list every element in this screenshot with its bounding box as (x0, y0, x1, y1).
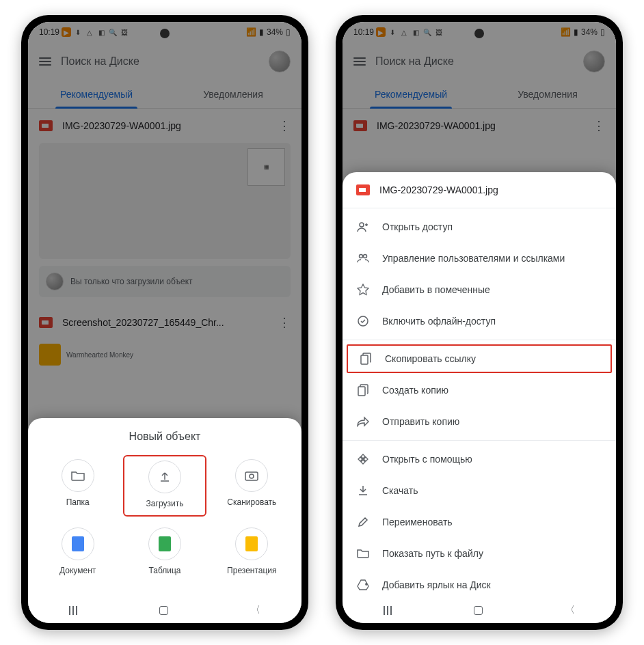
back-button[interactable]: 〈 (565, 604, 575, 616)
status-time: 10:19 (353, 27, 374, 37)
battery-text: 34% (581, 27, 598, 37)
battery-icon: ▯ (600, 27, 605, 37)
camera-icon: ◧ (411, 27, 420, 37)
action-send-copy[interactable]: Отправить копию (343, 406, 616, 437)
option-sheet[interactable]: Таблица (123, 523, 206, 582)
search-icon: 🔍 (422, 27, 432, 37)
tab-notifications[interactable]: Уведомления (165, 81, 301, 108)
file-name: IMG-20230729-WA0001.jpg (62, 120, 269, 131)
pencil-icon (356, 515, 370, 529)
action-open-with[interactable]: Открыть с помощью (343, 443, 616, 475)
back-button[interactable]: 〈 (251, 604, 260, 616)
more-icon[interactable]: ⋮ (278, 315, 291, 330)
action-show-path[interactable]: Показать путь к файлу (343, 538, 616, 569)
tabs: Рекомендуемый Уведомления (28, 81, 301, 109)
recents-button[interactable] (69, 606, 77, 615)
file-actions-sheet: IMG-20230729-WA0001.jpg Открыть доступ У… (343, 172, 616, 623)
info-uploaded: Вы только что загрузили объект (39, 266, 291, 297)
action-copy-link[interactable]: Скопировать ссылку (345, 343, 613, 374)
qr-icon: ▦ (247, 148, 285, 186)
option-scan[interactable]: Сканировать (211, 455, 293, 517)
thumb-label: Warmhearted Monkey (66, 351, 133, 359)
option-document[interactable]: Документ (36, 523, 119, 582)
folder-icon (62, 459, 94, 492)
star-icon (356, 283, 370, 297)
action-share[interactable]: Открыть доступ (343, 211, 616, 243)
svg-rect-6 (361, 355, 368, 364)
offline-icon (356, 314, 370, 328)
svg-rect-7 (358, 387, 365, 396)
signal-icon: ▮ (574, 27, 578, 37)
copy-file-icon (356, 383, 370, 397)
menu-icon[interactable] (353, 57, 366, 66)
image-file-icon (39, 317, 53, 328)
battery-text: 34% (267, 27, 283, 37)
recents-button[interactable] (384, 606, 392, 615)
avatar[interactable] (269, 51, 291, 72)
file-row-2[interactable]: Screenshot_20230727_165449_Chr... ⋮ (28, 305, 301, 340)
search-icon: 🔍 (108, 27, 118, 37)
home-button[interactable] (159, 606, 168, 615)
status-time: 10:19 (39, 27, 59, 37)
file-preview[interactable]: ▦ (39, 143, 291, 259)
option-folder[interactable]: Папка (36, 455, 119, 517)
image-icon: 🖼 (120, 27, 129, 37)
wifi-icon: 📶 (561, 27, 571, 37)
file-name: Screenshot_20230727_165449_Chr... (62, 317, 269, 328)
image-icon: 🖼 (434, 27, 444, 37)
thumbnail-monkey (39, 344, 61, 366)
option-presentation[interactable]: Презентация (211, 523, 293, 582)
action-download[interactable]: Скачать (343, 475, 616, 506)
action-star[interactable]: Добавить в помеченные (343, 274, 616, 305)
file-name: IMG-20230729-WA0001.jpg (377, 120, 583, 131)
action-manage-access[interactable]: Управление пользователями и ссылками (343, 243, 616, 274)
sheet-file-name: IMG-20230729-WA0001.jpg (379, 184, 602, 195)
action-offline[interactable]: Включить офлайн-доступ (343, 305, 616, 337)
forward-icon (356, 415, 370, 428)
avatar-small (46, 273, 64, 290)
tab-recommended[interactable]: Рекомендуемый (343, 81, 479, 108)
menu-icon[interactable] (39, 57, 51, 66)
avatar[interactable] (583, 51, 605, 72)
notif-icon: ▶ (62, 27, 71, 37)
image-file-icon (356, 184, 370, 195)
more-icon[interactable]: ⋮ (278, 118, 291, 133)
slides-icon (235, 527, 268, 560)
action-rename[interactable]: Переименовать (343, 506, 616, 538)
drive-icon: △ (399, 27, 409, 37)
option-upload[interactable]: Загрузить (123, 455, 206, 517)
image-file-icon (353, 120, 367, 131)
camera-icon: ◧ (96, 27, 106, 37)
people-icon (356, 251, 370, 265)
file-row-1[interactable]: IMG-20230729-WA0001.jpg ⋮ (28, 109, 301, 143)
action-make-copy[interactable]: Создать копию (343, 374, 616, 406)
sheet-icon (148, 527, 181, 560)
more-icon[interactable]: ⋮ (593, 118, 605, 133)
download-icon: ⬇ (388, 27, 397, 37)
battery-icon: ▯ (286, 27, 291, 37)
tab-recommended[interactable]: Рекомендуемый (28, 81, 165, 108)
download-icon: ⬇ (73, 27, 83, 37)
camera-icon (235, 459, 268, 492)
svg-rect-0 (245, 472, 258, 480)
file-row-1[interactable]: IMG-20230729-WA0001.jpg ⋮ (343, 109, 616, 143)
sheet-title: Новый объект (36, 430, 293, 443)
status-bar: 10:19 ▶ ⬇ △ ◧ 🔍 🖼 📶 ▮ 34% ▯ (28, 22, 301, 42)
new-object-sheet: Новый объект Папка Загрузить (28, 418, 301, 623)
svg-point-1 (250, 474, 254, 478)
search-placeholder: Поиск на Диске (61, 55, 259, 68)
upload-icon (148, 461, 181, 493)
home-button[interactable] (474, 606, 483, 615)
folder-icon (356, 547, 370, 560)
action-add-shortcut[interactable]: Добавить ярлык на Диск (343, 569, 616, 601)
drive-shortcut-icon (356, 578, 370, 592)
tab-notifications[interactable]: Уведомления (479, 81, 616, 108)
android-navbar: 〈 (343, 597, 616, 623)
search-bar[interactable]: Поиск на Диске (28, 42, 301, 81)
drive-icon: △ (85, 27, 94, 37)
svg-point-3 (360, 255, 363, 258)
info-text: Вы только что загрузили объект (70, 277, 193, 286)
wifi-icon: 📶 (246, 27, 256, 37)
notif-icon: ▶ (376, 27, 386, 37)
search-bar[interactable]: Поиск на Диске (343, 42, 616, 81)
